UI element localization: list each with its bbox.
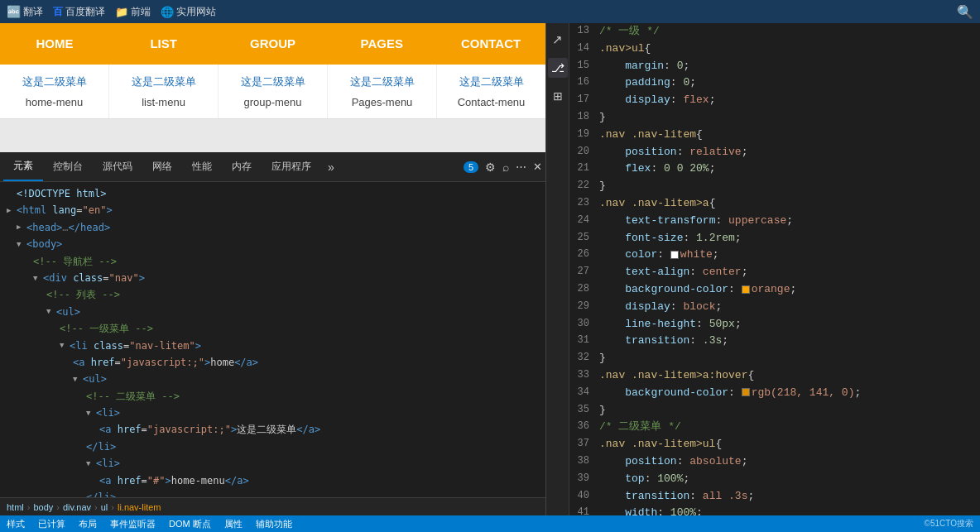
- code-content-38: position: absolute;: [599, 453, 980, 471]
- nav-link-home[interactable]: HOME: [0, 23, 109, 65]
- menu-link-group[interactable]: group-menu: [219, 93, 327, 112]
- tree-line-ul-sub[interactable]: ▼ <ul>: [0, 371, 545, 387]
- nav-item-pages[interactable]: PAGES: [327, 23, 436, 65]
- tree-line-comment-nav[interactable]: <!-- 导航栏 -->: [0, 253, 545, 270]
- nav-link-contact[interactable]: CONTACT: [436, 23, 545, 65]
- tree-line-div-nav[interactable]: ▼ <div class="nav">: [0, 270, 545, 286]
- tree-line-a-menu[interactable]: <a href="#">home-menu</a>: [0, 472, 545, 489]
- tree-line-a-home[interactable]: <a href="javascript:;">home</a>: [0, 354, 545, 371]
- tab-performance[interactable]: 性能: [182, 152, 222, 181]
- html-tree-content[interactable]: <!DOCTYPE html> ▶ <html lang="en"> ▶ <he…: [0, 182, 545, 497]
- useful-site-btn[interactable]: 🌐 实用网站: [161, 5, 216, 19]
- tree-line-li-sub1[interactable]: ▼ <li>: [0, 405, 545, 421]
- code-line-34: 34 background-color: rgb(218, 141, 0);: [569, 385, 980, 402]
- baidu-translate-btn[interactable]: 百 百度翻译: [53, 5, 105, 19]
- code-line-40: 40 transition: all .3s;: [569, 488, 980, 506]
- status-mode: 样式: [7, 518, 25, 530]
- code-content-14: .nav>ul{: [599, 41, 980, 58]
- tab-elements[interactable]: 元素: [3, 152, 43, 181]
- nav-item-home[interactable]: HOME: [0, 23, 109, 65]
- breadcrumb-active[interactable]: li.nav-litem: [118, 502, 161, 512]
- settings-icon[interactable]: ⚙: [485, 161, 496, 174]
- translate-btn[interactable]: 🔤 翻译: [7, 5, 43, 19]
- gray-spacer: [0, 119, 545, 152]
- tree-line-comment-sub[interactable]: <!-- 二级菜单 -->: [0, 388, 545, 405]
- tab-more[interactable]: »: [321, 161, 341, 174]
- tree-line-head[interactable]: ▶ <head>…</head>: [0, 219, 545, 236]
- sub-link-pages[interactable]: 这是二级菜单: [328, 71, 436, 93]
- breadcrumb-ul[interactable]: ul: [101, 502, 108, 512]
- status-layout: 布局: [79, 518, 97, 530]
- search-right-icon[interactable]: 🔍: [957, 4, 973, 20]
- menu-link-pages[interactable]: Pages-menu: [328, 93, 436, 112]
- nav-link-list[interactable]: LIST: [109, 23, 219, 65]
- triangle-li: ▼: [60, 339, 70, 352]
- tab-application[interactable]: 应用程序: [262, 152, 321, 181]
- line-num-15: 15: [569, 58, 599, 74]
- dropdown-col-contact: 这是二级菜单 Contact-menu: [437, 65, 545, 118]
- menu-link-home[interactable]: home-menu: [0, 93, 108, 112]
- breadcrumb-div-nav[interactable]: div.nav: [63, 502, 91, 512]
- close-devtools-icon[interactable]: ✕: [533, 161, 542, 173]
- line-num-33: 33: [569, 367, 599, 383]
- code-line-24: 24 text-transform: uppercase;: [569, 213, 980, 230]
- tab-memory[interactable]: 内存: [222, 152, 262, 181]
- cursor-icon[interactable]: ↗: [548, 30, 568, 50]
- sub-link-list[interactable]: 这是二级菜单: [109, 71, 218, 93]
- frontend-btn[interactable]: 📁 前端: [115, 5, 151, 19]
- tree-line-comment-first-level[interactable]: <!-- 一级菜单 -->: [0, 320, 545, 337]
- more-options-icon[interactable]: ⋯: [516, 161, 526, 173]
- search-devtools-icon[interactable]: ⌕: [502, 161, 509, 174]
- nav-item-group[interactable]: GROUP: [219, 23, 328, 65]
- code-line-15: 15 margin: 0;: [569, 58, 980, 75]
- tree-line-comment-list[interactable]: <!-- 列表 -->: [0, 286, 545, 303]
- nav-item-contact[interactable]: CONTACT: [436, 23, 545, 65]
- status-computed: 已计算: [38, 518, 65, 530]
- preview-area: HOME LIST GROUP PAGES CONTACT: [0, 23, 545, 152]
- nav-item-list[interactable]: LIST: [109, 23, 219, 65]
- code-line-39: 39 top: 100%;: [569, 471, 980, 488]
- line-num-36: 36: [569, 419, 599, 434]
- code-content-15: margin: 0;: [599, 58, 980, 75]
- sub-link-group[interactable]: 这是二级菜单: [219, 71, 327, 93]
- git-icon[interactable]: ⎇: [548, 58, 568, 78]
- nav-link-group[interactable]: GROUP: [219, 23, 328, 65]
- breadcrumb-html[interactable]: html: [7, 502, 24, 512]
- tab-sources[interactable]: 源代码: [93, 152, 142, 181]
- line-num-16: 16: [569, 74, 599, 90]
- code-line-35: 35 }: [569, 402, 980, 419]
- line-num-35: 35: [569, 402, 599, 418]
- menu-link-list[interactable]: list-menu: [109, 93, 218, 112]
- tree-line-ul[interactable]: ▼ <ul>: [0, 304, 545, 320]
- line-num-18: 18: [569, 109, 599, 125]
- tree-line-li-sub2[interactable]: ▼ <li>: [0, 455, 545, 472]
- tree-line-doctype[interactable]: <!DOCTYPE html>: [0, 185, 545, 202]
- line-num-39: 39: [569, 471, 599, 486]
- sub-link-contact[interactable]: 这是二级菜单: [437, 71, 545, 93]
- line-num-25: 25: [569, 230, 599, 246]
- app-container: 🔤 翻译 百 百度翻译 📁 前端 🌐 实用网站 🔍 HOME: [0, 0, 980, 532]
- code-content-34: background-color: rgb(218, 141, 0);: [599, 385, 980, 402]
- tree-line-a-sub[interactable]: <a href="javascript:;">这是二级菜单</a>: [0, 421, 545, 438]
- nav-link-pages[interactable]: PAGES: [327, 23, 436, 65]
- tree-line-html[interactable]: ▶ <html lang="en">: [0, 202, 545, 218]
- tab-network[interactable]: 网络: [142, 152, 182, 181]
- dropdown-col-list: 这是二级菜单 list-menu: [109, 65, 219, 118]
- tree-line-body[interactable]: ▼ <body>: [0, 236, 545, 252]
- tree-line-li-close1[interactable]: </li>: [0, 439, 545, 455]
- tree-line-li-nav-litem[interactable]: ▼ <li class="nav-litem">: [0, 338, 545, 354]
- code-content-31: transition: .3s;: [599, 333, 980, 350]
- tab-console[interactable]: 控制台: [43, 152, 93, 181]
- code-content-33: .nav .nav-litem>a:hover{: [599, 367, 980, 385]
- breadcrumb-body[interactable]: body: [33, 502, 53, 512]
- breadcrumb-sep-1: ›: [27, 502, 31, 512]
- error-badge: 5: [464, 161, 478, 173]
- line-num-32: 32: [569, 350, 599, 366]
- css-editor[interactable]: 13 /* 一级 */ 14 .nav>ul{ 15 margin: 0; 16…: [569, 23, 980, 515]
- menu-link-contact[interactable]: Contact-menu: [437, 93, 545, 112]
- tree-line-li-close2[interactable]: </li>: [0, 489, 545, 497]
- code-content-26: color: white;: [599, 247, 980, 264]
- sub-link-home[interactable]: 这是二级菜单: [0, 71, 108, 93]
- grid-icon[interactable]: ⊞: [548, 86, 568, 106]
- code-content-20: position: relative;: [599, 144, 980, 161]
